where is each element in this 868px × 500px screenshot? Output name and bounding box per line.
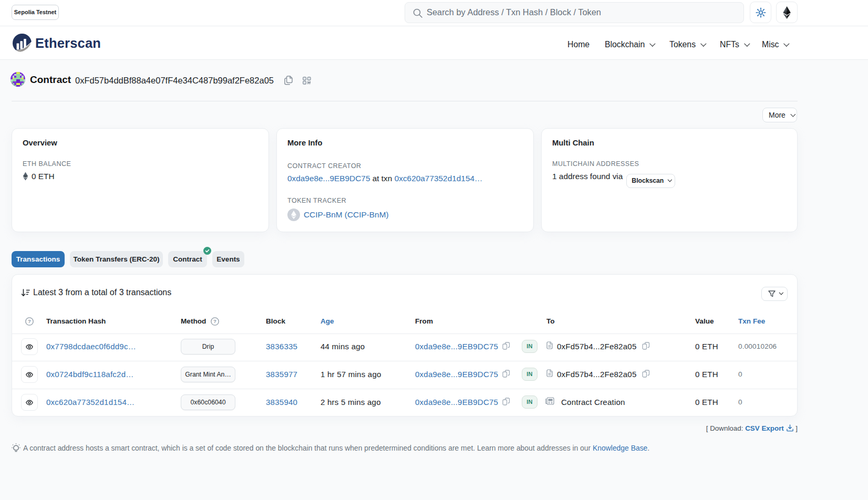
svg-text:?: ?	[213, 318, 216, 324]
svg-text:?: ?	[28, 318, 31, 324]
svg-text:Etherscan: Etherscan	[35, 36, 101, 50]
